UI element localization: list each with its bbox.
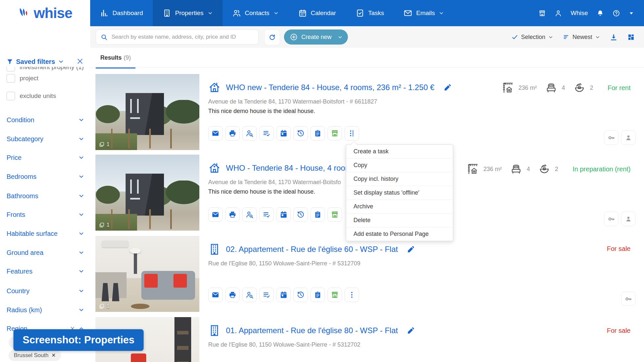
send-email-button[interactable]: [208, 207, 223, 222]
estate-search[interactable]: [96, 29, 259, 45]
property-photo[interactable]: 1: [95, 74, 199, 150]
store-icon: [331, 291, 339, 299]
remove-tag-icon[interactable]: ✕: [51, 353, 56, 358]
checkbox[interactable]: [7, 74, 15, 83]
search-input[interactable]: [111, 33, 254, 41]
match-contacts-button[interactable]: [242, 126, 257, 141]
owner-button[interactable]: [621, 212, 635, 226]
listing-title[interactable]: WHO new - Tenderie 84 - House, 4 rooms, …: [226, 83, 434, 92]
print-button[interactable]: [225, 126, 240, 141]
more-actions-button[interactable]: [345, 126, 359, 141]
filter-section-ground-area[interactable]: Ground area: [7, 248, 84, 257]
refresh-button[interactable]: [264, 29, 280, 45]
keys-button[interactable]: [604, 130, 618, 145]
notifications-button[interactable]: [596, 10, 604, 17]
nav-tasks[interactable]: Tasks: [346, 0, 394, 26]
chevron-down-icon[interactable]: [338, 35, 343, 40]
keys-button[interactable]: [604, 212, 618, 226]
export-button[interactable]: [610, 33, 617, 41]
edit-pencil-icon[interactable]: [407, 246, 414, 253]
checklist-button[interactable]: [259, 207, 274, 222]
menu-item-create-task[interactable]: Create a task: [346, 145, 453, 159]
building-icon: [163, 9, 171, 17]
print-button[interactable]: [225, 207, 240, 222]
filter-section-country[interactable]: Country: [7, 286, 84, 296]
keys-button[interactable]: [621, 292, 635, 306]
saved-filters-header[interactable]: Saved filters: [7, 56, 85, 67]
listing-title[interactable]: 02. Appartement - Rue de l'église 60 - W…: [226, 245, 398, 254]
listing-title[interactable]: 01. Appartement - Rue de l'église 80 - W…: [226, 326, 398, 335]
menu-item-set-offline[interactable]: Set display status 'offline': [346, 186, 453, 200]
history-button[interactable]: [293, 207, 308, 222]
send-email-button[interactable]: [208, 288, 223, 302]
calendar-button[interactable]: [276, 207, 291, 222]
menu-item-copy-history[interactable]: Copy incl. history: [346, 172, 453, 186]
flat-type-icon: [208, 243, 221, 256]
brand-logo[interactable]: whise: [0, 0, 90, 26]
region-tag[interactable]: Brussel South ✕: [9, 350, 61, 361]
print-button[interactable]: [225, 288, 240, 302]
history-button[interactable]: [293, 126, 308, 141]
checkbox[interactable]: [7, 92, 15, 100]
filter-section-features[interactable]: Features: [7, 266, 84, 276]
account-button[interactable]: [554, 10, 562, 17]
history-button[interactable]: [293, 288, 308, 302]
section-label: Condition: [7, 116, 34, 124]
person-icon: [625, 134, 632, 142]
selection-control[interactable]: Selection: [512, 34, 553, 41]
account-menu-caret-icon[interactable]: [629, 10, 634, 16]
filter-section-condition[interactable]: Condition: [7, 115, 84, 125]
nav-properties[interactable]: Properties: [153, 0, 223, 26]
nav-contacts[interactable]: Contacts: [223, 0, 289, 26]
owner-button[interactable]: [621, 130, 635, 145]
edit-pencil-icon[interactable]: [407, 327, 414, 334]
filter-section-subcategory[interactable]: Subcategory: [7, 134, 84, 144]
checklist-button[interactable]: [259, 126, 274, 141]
menu-item-copy[interactable]: Copy: [346, 159, 453, 172]
filter-section-fronts[interactable]: Fronts: [7, 210, 84, 219]
listing-title[interactable]: WHO - Tenderie 84 - House, 4 rooms,: [226, 163, 358, 173]
nav-calendar[interactable]: Calendar: [289, 0, 346, 26]
nav-emails[interactable]: Emails: [394, 0, 454, 26]
documents-button[interactable]: [311, 288, 325, 302]
chevron-down-icon: [58, 59, 64, 65]
marketplace-button[interactable]: [538, 10, 546, 17]
send-email-button[interactable]: [208, 126, 223, 141]
menu-item-add-personal-page[interactable]: Add estate to Personal Page: [346, 227, 453, 241]
documents-button[interactable]: [311, 207, 325, 222]
people-icon: [232, 9, 241, 17]
publish-button[interactable]: [328, 288, 342, 302]
bedrooms-stat: 4: [510, 163, 530, 175]
menu-item-delete[interactable]: Delete: [346, 214, 453, 227]
checklist-button[interactable]: [259, 288, 274, 302]
publish-button[interactable]: [328, 126, 342, 141]
view-grid-button[interactable]: [627, 33, 635, 41]
tab-results[interactable]: Results (9): [96, 48, 135, 68]
envelope-filled-icon: [211, 129, 219, 137]
calendar-button[interactable]: [276, 126, 291, 141]
documents-button[interactable]: [311, 126, 325, 141]
more-actions-button[interactable]: [345, 288, 359, 302]
photo-count: 1: [99, 142, 110, 147]
filter-section-habitable-surface[interactable]: Habitable surface: [7, 229, 84, 238]
filter-section-price[interactable]: Price: [7, 153, 84, 162]
match-contacts-button[interactable]: [242, 207, 257, 222]
help-button[interactable]: [613, 10, 620, 17]
publish-button[interactable]: [328, 207, 342, 222]
checkbox-project[interactable]: project: [7, 74, 38, 83]
checkbox-exclude-units[interactable]: exclude units: [7, 92, 56, 100]
match-contacts-button[interactable]: [242, 288, 257, 302]
create-new-button[interactable]: Create new: [284, 29, 348, 45]
sort-control[interactable]: Newest: [563, 34, 600, 41]
nav-dashboard[interactable]: Dashboard: [90, 0, 153, 26]
property-photo[interactable]: 1: [95, 236, 199, 312]
filter-section-bathrooms[interactable]: Bathrooms: [7, 191, 84, 201]
filter-section-bedrooms[interactable]: Bedrooms: [7, 172, 84, 181]
filter-section-radius[interactable]: Radius (km): [7, 305, 84, 315]
menu-item-archive[interactable]: Archive: [346, 200, 453, 214]
chevron-down-icon: [78, 268, 84, 274]
edit-pencil-icon[interactable]: [444, 84, 451, 91]
property-photo[interactable]: 1: [95, 155, 199, 231]
calendar-button[interactable]: [276, 288, 291, 302]
close-filters-icon[interactable]: [76, 58, 84, 65]
